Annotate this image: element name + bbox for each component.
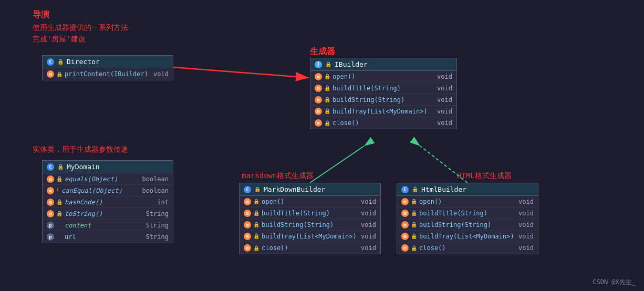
ibuilder-method-buildtray: m 🔒 buildTray(List<MyDomain>) void <box>310 106 456 117</box>
method-icon: m <box>315 73 322 80</box>
director-box: C 🔒 Director m 🔒 printContent(IBuilder) … <box>42 55 173 80</box>
ibuilder-body: m 🔒 open() void m 🔒 buildTitle(String) v… <box>310 71 456 129</box>
director-to-ibuilder-arrow <box>173 67 309 78</box>
method-name: close() <box>262 244 288 252</box>
mydomain-class-icon: C <box>47 163 54 171</box>
html-lock-icon: 🔒 <box>412 186 418 192</box>
method-type: void <box>518 221 534 228</box>
markdown-class-name: MarkDownBuilder <box>264 185 325 193</box>
method-name: buildTitle(String) <box>419 210 487 217</box>
lock-icon: 🔒 <box>324 120 330 126</box>
director-method-printcontent: m 🔒 printContent(IBuilder) void <box>43 68 173 80</box>
method-icon: m <box>401 221 409 228</box>
method-name: toString() <box>65 210 102 217</box>
mydomain-method-canequal: m ! canEqual(Object) boolean <box>43 185 173 196</box>
method-icon: m <box>315 119 322 127</box>
mydomain-header: C 🔒 MyDomain <box>43 161 173 173</box>
method-type: boolean <box>142 175 169 183</box>
html-header: C 🔒 HtmlBuilder <box>397 183 538 196</box>
lock-icon: 🔒 <box>324 97 330 102</box>
method-type: int <box>157 199 169 206</box>
method-type: void <box>361 210 376 217</box>
field-name: url <box>65 233 76 241</box>
html-body: m 🔒 open() void m 🔒 buildTitle(String) v… <box>397 196 538 254</box>
markdown-method-buildtitle: m 🔒 buildTitle(String) void <box>240 207 380 219</box>
mydomain-body: m 🔒 equals(Object) boolean m ! canEqual(… <box>43 173 173 243</box>
method-type: void <box>361 198 376 205</box>
method-name: printContent(IBuilder) <box>65 70 148 78</box>
method-icon: m <box>244 198 251 205</box>
lock-icon: 🔒 <box>253 233 259 239</box>
method-icon: m <box>401 198 409 205</box>
html-class-icon: C <box>401 186 409 193</box>
lock-icon: 🔒 <box>411 233 417 239</box>
director-lock-icon: 🔒 <box>57 59 64 65</box>
markdown-body: m 🔒 open() void m 🔒 buildTitle(String) v… <box>240 196 380 254</box>
method-icon: m <box>401 244 409 252</box>
mydomain-lock-icon: 🔒 <box>57 164 64 170</box>
html-class-name: HtmlBuilder <box>421 185 466 193</box>
method-type: void <box>437 108 452 115</box>
lock-icon: 🔒 <box>253 199 259 204</box>
markdown-method-buildtray: m 🔒 buildTray(List<MyDomain>) void <box>240 231 380 242</box>
field-name: content <box>65 222 91 229</box>
html-box: C 🔒 HtmlBuilder m 🔒 open() void m 🔒 buil… <box>397 183 538 254</box>
method-type: void <box>361 233 376 240</box>
method-icon: m <box>315 108 322 115</box>
method-name: buildString(String) <box>419 221 491 228</box>
field-type: String <box>146 233 169 241</box>
html-method-close: m 🔒 close() void <box>397 242 538 254</box>
mydomain-class-name: MyDomain <box>67 163 100 171</box>
lock-icon: 🔒 <box>324 85 330 91</box>
lock-icon: 🔒 <box>411 245 417 251</box>
markdown-method-close: m 🔒 close() void <box>240 242 380 254</box>
method-icon: m <box>47 70 54 78</box>
field-type: String <box>146 222 169 229</box>
director-class-name: Director <box>67 58 100 66</box>
method-icon: m <box>47 199 54 206</box>
method-icon: m <box>244 244 251 252</box>
method-type: void <box>153 70 169 78</box>
html-method-open: m 🔒 open() void <box>397 196 538 207</box>
lock-icon: 🔒 <box>411 222 417 227</box>
ibuilder-class-name: IBuilder <box>335 60 368 68</box>
method-name: buildTitle(String) <box>262 210 330 217</box>
ibuilder-method-buildtitle: m 🔒 buildTitle(String) void <box>310 82 456 94</box>
method-name: open() <box>419 198 442 205</box>
markdown-method-open: m 🔒 open() void <box>240 196 380 207</box>
ibuilder-lock-icon: 🔒 <box>325 61 331 67</box>
mydomain-method-hashcode: m 🔒 hashCode() int <box>43 196 173 208</box>
method-type: void <box>437 96 452 103</box>
lock-icon: 🔒 <box>324 74 330 79</box>
method-type: String <box>146 210 169 217</box>
lock-icon: 🔒 <box>56 176 63 182</box>
markdown-header: C 🔒 MarkDownBuilder <box>240 183 380 196</box>
method-icon: m <box>315 96 322 103</box>
ibuilder-class-icon: I <box>315 61 322 68</box>
method-icon: m <box>47 175 54 183</box>
method-name: buildString(String) <box>333 96 404 103</box>
mydomain-field-content: p 🔒 content String <box>43 220 173 231</box>
method-icon: m <box>315 85 322 92</box>
method-icon: m <box>401 233 409 240</box>
mydomain-method-equals: m 🔒 equals(Object) boolean <box>43 173 173 185</box>
method-icon: m <box>244 221 251 228</box>
method-type: void <box>518 198 534 205</box>
method-name: equals(Object) <box>65 175 118 183</box>
markdown-class-icon: C <box>244 186 251 193</box>
method-type: void <box>518 233 534 240</box>
method-icon: m <box>401 210 409 217</box>
method-type: void <box>361 221 376 228</box>
director-class-icon: C <box>47 58 54 66</box>
method-icon: m <box>47 210 54 217</box>
html-method-buildstring: m 🔒 buildString(String) void <box>397 219 538 231</box>
method-icon: m <box>244 233 251 240</box>
method-type: void <box>437 119 452 127</box>
method-icon: m <box>47 187 54 194</box>
lock-icon: 🔒 <box>411 199 417 204</box>
lock-icon: 🔒 <box>253 222 259 227</box>
builder-label: 生成器 <box>310 46 335 57</box>
director-desc2-label: 完成'房屋'建设 <box>33 35 86 44</box>
markdown-to-ibuilder-arrow <box>310 146 364 183</box>
method-type: void <box>518 244 534 252</box>
